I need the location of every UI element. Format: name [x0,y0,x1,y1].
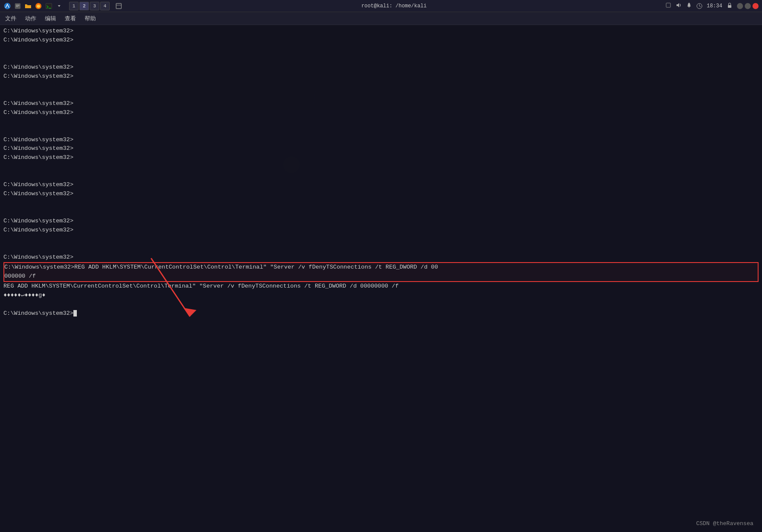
terminal-line-empty [3,81,759,90]
svg-line-19 [699,6,701,7]
folder-icon[interactable] [24,2,32,10]
svg-rect-6 [16,6,19,6]
svg-rect-16 [688,6,689,7]
terminal-line-empty [3,90,759,99]
terminal-line-empty [3,300,759,309]
system-taskbar: 1 2 3 4 root@kali: /home/kali [0,0,762,12]
window-controls [737,3,759,9]
svg-rect-7 [16,6,18,7]
final-prompt-line: C:\Windows\system32> [3,309,759,318]
menu-view[interactable]: 查看 [65,15,76,22]
terminal-content-area[interactable]: C:\Windows\system32> C:\Windows\system32… [0,25,762,532]
menu-help[interactable]: 帮助 [85,15,96,22]
lock-icon[interactable] [727,2,733,10]
terminal-line-empty [3,162,759,171]
terminal-line: C:\Windows\system32> [3,180,759,190]
terminal-line-empty [3,45,759,54]
notification-icon[interactable] [686,2,692,10]
clock-icon[interactable] [696,3,702,9]
terminal-output: C:\Windows\system32> C:\Windows\system32… [0,25,762,320]
terminal-line: C:\Windows\system32> [3,99,759,108]
kali-icon[interactable] [3,2,11,10]
svg-rect-10 [46,3,52,9]
firefox-icon[interactable] [35,2,42,10]
window-title: root@kali: /home/kali [123,3,665,9]
terminal-line-empty [3,199,759,208]
time-display: 18:34 [707,3,722,9]
tab-3[interactable]: 3 [90,2,99,10]
terminal-line: C:\Windows\system32> [3,27,759,36]
highlighted-command-continuation: 000000 /f [4,272,758,281]
menu-edit[interactable]: 编辑 [45,15,56,22]
terminal-line: C:\Windows\system32> [3,226,759,235]
minimize-icon[interactable] [665,2,671,10]
close-window-btn[interactable] [753,3,759,9]
menu-file[interactable]: 文件 [5,15,16,22]
terminal-line-empty [3,208,759,217]
terminal-line-empty [3,127,759,136]
csdn-watermark: CSDN @theRavensea [696,520,753,527]
prev-window-btn[interactable] [737,3,743,9]
svg-rect-5 [16,5,19,5]
terminal-line-empty [3,117,759,127]
taskbar-right: 18:34 [665,2,759,10]
terminal-icon[interactable] [45,2,53,10]
highlighted-command-line1: C:\Windows\system32>REG ADD HKLM\SYSTEM\… [4,263,758,272]
tab-2[interactable]: 2 [79,2,89,10]
terminal-line-empty [3,244,759,253]
svg-marker-12 [58,5,60,7]
tab-1[interactable]: 1 [69,2,79,10]
audio-icon[interactable] [676,2,682,10]
taskbar-left: 1 2 3 4 [3,2,123,10]
command-highlight-box: C:\Windows\system32>REG ADD HKLM\SYSTEM\… [3,262,759,282]
terminal-line: C:\Windows\system32> [3,217,759,226]
command-output-line: REG ADD HKLM\SYSTEM\CurrentControlSet\Co… [3,282,759,291]
next-window-btn[interactable] [745,3,751,9]
terminal-line: C:\Windows\system32> [3,136,759,145]
svg-rect-15 [666,3,670,7]
terminal-line-empty [3,54,759,63]
svg-rect-13 [116,3,121,9]
terminal-line-empty [3,235,759,244]
terminal-window: 文件 动作 编辑 查看 帮助 C:\Windows\system32> C:\W… [0,12,762,532]
menu-action[interactable]: 动作 [25,15,36,22]
terminal-line: C:\Windows\system32> [3,108,759,117]
terminal-line-empty [3,171,759,180]
tab-buttons: 1 2 3 4 [69,2,110,10]
svg-rect-20 [728,5,731,8]
terminal-line: C:\Windows\system32> [3,72,759,81]
terminal-line: C:\Windows\system32> [3,144,759,153]
highlighted-command-block: C:\Windows\system32>REG ADD HKLM\SYSTEM\… [3,262,759,282]
terminal-line: C:\Windows\system32> [3,190,759,199]
tab-4[interactable]: 4 [100,2,110,10]
menu-bar: 文件 动作 编辑 查看 帮助 [0,12,762,25]
window-icon[interactable] [115,2,123,10]
terminal-line: C:\Windows\system32> [3,36,759,45]
terminal-line: C:\Windows\system32> [3,153,759,162]
files-icon[interactable] [14,2,22,10]
terminal-line: C:\Windows\system32> [3,63,759,72]
terminal-cursor [73,310,77,317]
success-chars-line: ♦♦♦♦♦↵♦♦♦♦g♦ [3,291,759,300]
terminal-line: C:\Windows\system32> [3,253,759,262]
dropdown-arrow-icon[interactable] [55,2,63,10]
